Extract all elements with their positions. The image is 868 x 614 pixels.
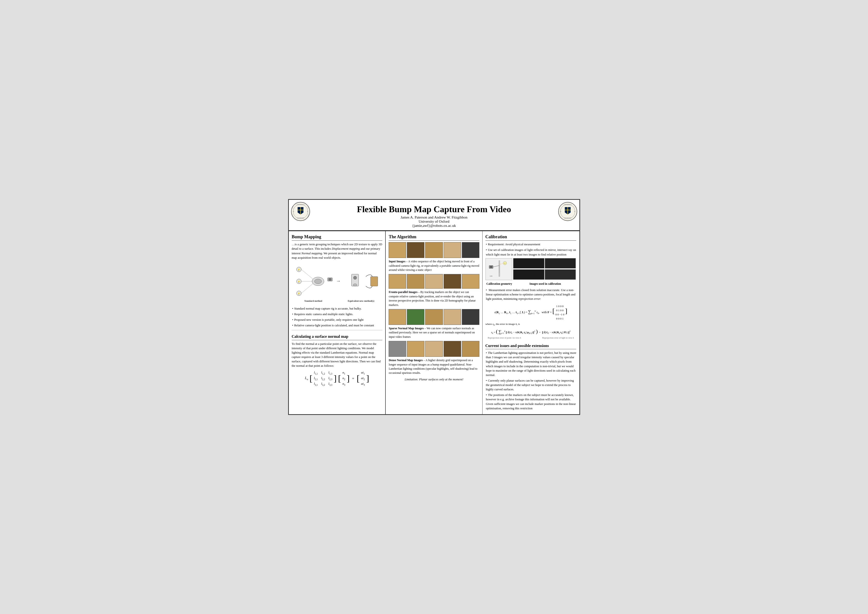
svg-text:F: F xyxy=(307,211,308,212)
bullet-1: Standard normal map capture rig is accur… xyxy=(292,306,383,311)
fronto-caption: Fronto-parallel Images – By tracking mar… xyxy=(389,290,479,307)
authors: James A. Paterson and Andrew W. Fitzgibb… xyxy=(313,216,555,220)
calibration-diagram: ☀ cam xyxy=(485,258,512,280)
bullet-2: Requires static camera and multiple stat… xyxy=(292,312,383,316)
svg-text:💡: 💡 xyxy=(298,281,300,283)
input-img-4 xyxy=(443,242,461,258)
columns: Bump Mapping …is a generic term grouping… xyxy=(289,231,580,414)
surface-normal-body: To find the normal at a particular point… xyxy=(292,342,383,368)
col-right: Calibration Requirement: Avoid physical … xyxy=(482,231,580,414)
fronto-img-5 xyxy=(462,274,479,288)
poster-title: Flexible Bump Map Capture From Video xyxy=(313,204,555,214)
dense-img-2 xyxy=(407,341,425,357)
bump-mapping-body: …is a generic term grouping techniques w… xyxy=(292,242,383,260)
svg-text:✝: ✝ xyxy=(566,209,569,212)
dense-img-1 xyxy=(389,341,406,357)
fronto-img-4 xyxy=(443,274,461,288)
dense-img-4 xyxy=(443,341,461,357)
calib-bullet-3: Measurement error makes closed from solu… xyxy=(485,288,577,301)
fronto-images-row xyxy=(389,274,479,288)
surface-normal-title: Calculating a surface normal map xyxy=(292,333,383,340)
calib-bullet-1: Requirement: Avoid physical measurement xyxy=(485,242,577,247)
ext-bullet-3: The positions of the markers on the subj… xyxy=(485,393,577,411)
email: {jamie,awf}@robots.ox.ac.uk xyxy=(313,224,555,228)
svg-point-38 xyxy=(353,284,357,286)
svg-text:☀: ☀ xyxy=(504,262,506,264)
svg-text:OXONIENSIS: OXONIENSIS xyxy=(564,217,571,219)
svg-point-32 xyxy=(315,279,321,284)
svg-rect-39 xyxy=(370,276,377,286)
input-caption: Input Images – A video sequence of the o… xyxy=(389,259,479,272)
sparse-img-2 xyxy=(407,309,425,325)
bullet-3: Proposed new version is portable, only r… xyxy=(292,318,383,322)
svg-text:O: O xyxy=(293,211,294,212)
fronto-img-3 xyxy=(425,274,443,288)
fronto-img-2 xyxy=(407,274,425,288)
algorithm-title: The Algorithm xyxy=(389,234,479,241)
svg-text:💡: 💡 xyxy=(298,292,300,295)
calib-photo-1 xyxy=(513,258,544,268)
bullet-4: Relative camera-light position is calcul… xyxy=(292,323,383,327)
method-diagram: 💡 💡 💡 → xyxy=(292,262,383,304)
calibration-title: Calibration xyxy=(485,234,577,241)
svg-text:→: → xyxy=(336,278,341,284)
calib-photo-3 xyxy=(513,270,544,280)
university: University of Oxford xyxy=(313,220,555,224)
sparse-img-5 xyxy=(462,309,479,325)
sparse-caption: Sparse Normal Map Images – We can now co… xyxy=(389,326,479,339)
dense-img-5 xyxy=(462,341,479,357)
calib-photo-4 xyxy=(545,270,576,280)
svg-text:Equivalent new method(s): Equivalent new method(s) xyxy=(347,299,374,302)
sparse-img-3 xyxy=(425,309,443,325)
svg-text:OXONIENSIS: OXONIENSIS xyxy=(297,217,304,219)
dense-images-row xyxy=(389,341,479,357)
calibration-labels-row: Calibration geometry Images used in cali… xyxy=(485,282,577,286)
svg-text:UNIVERSITAS: UNIVERSITAS xyxy=(564,204,572,205)
svg-text:Standard method: Standard method xyxy=(304,299,322,302)
header: UNIVERSITAS OXONIENSIS ✝ O F Flexible Bu… xyxy=(289,200,580,231)
label-calib-imgs: Images used in calibration xyxy=(514,282,577,286)
formula-area: ε(R1 … RV, t1 … tV, f, L) = ∑k=1V εk, wi… xyxy=(485,303,577,340)
svg-point-34 xyxy=(329,278,331,281)
bump-mapping-title: Bump Mapping xyxy=(292,234,383,241)
input-img-3 xyxy=(425,242,443,258)
current-issues-title: Current issues and possible extensions xyxy=(485,343,577,349)
calib-bullet-2: Use set of calibration images of light r… xyxy=(485,248,577,256)
ext-bullet-2: Currently only planar surfaces can be ca… xyxy=(485,378,577,392)
calibration-images-area: ☀ cam xyxy=(485,258,577,280)
svg-line-48 xyxy=(493,265,499,267)
svg-text:cam: cam xyxy=(490,275,493,277)
svg-text:F: F xyxy=(574,211,575,212)
matrix-equation: Lo [ l1,1l1,2l1,3 l2,1l2,2l2,3 l3,1l3,2l… xyxy=(292,371,383,386)
calib-photo-2 xyxy=(545,258,576,268)
svg-point-44 xyxy=(490,266,492,268)
svg-text:💡: 💡 xyxy=(298,268,300,271)
sparse-img-1 xyxy=(389,309,406,325)
dense-img-3 xyxy=(425,341,443,357)
input-img-1 xyxy=(389,242,406,258)
logo-right: UNIVERSITAS OXONIENSIS ✝ O F xyxy=(558,202,577,222)
svg-text:UNIVERSITAS: UNIVERSITAS xyxy=(296,204,304,205)
sparse-img-4 xyxy=(443,309,461,325)
svg-point-37 xyxy=(353,276,357,279)
label-calib-geom: Calibration geometry xyxy=(485,282,513,286)
logo-left: UNIVERSITAS OXONIENSIS ✝ O F xyxy=(291,202,310,222)
col-left: Bump Mapping …is a generic term grouping… xyxy=(289,231,386,414)
sparse-images-row xyxy=(389,309,479,325)
input-img-2 xyxy=(407,242,425,258)
input-img-5 xyxy=(462,242,479,258)
input-images-row xyxy=(389,242,479,258)
limitation-text: Limitation: Planar surfaces only at the … xyxy=(389,377,479,381)
ext-bullet-1: The Lambertian lighting approximation is… xyxy=(485,351,577,377)
fronto-img-1 xyxy=(389,274,406,288)
svg-text:O: O xyxy=(560,211,561,212)
poster: UNIVERSITAS OXONIENSIS ✝ O F Flexible Bu… xyxy=(288,199,580,415)
col-mid: The Algorithm Input Images – A video seq… xyxy=(386,231,482,414)
dense-caption: Dense Normal Map Images – A higher densi… xyxy=(389,358,479,375)
svg-text:✝: ✝ xyxy=(299,209,302,212)
calibration-photos xyxy=(513,258,577,280)
